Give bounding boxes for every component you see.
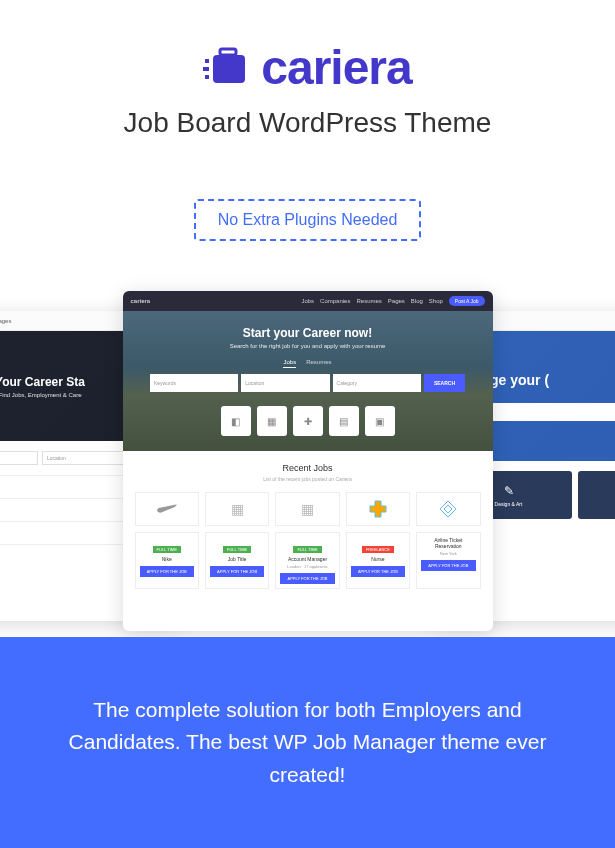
job-meta: London · 17 applicants [280, 564, 334, 569]
tagline: Job Board WordPress Theme [20, 107, 595, 139]
nav-item[interactable]: Resumes [356, 298, 381, 304]
job-card[interactable]: Airline Ticket Reservation New York APPL… [416, 532, 480, 589]
job-title: Nike [140, 556, 194, 562]
svg-rect-1 [213, 55, 245, 83]
briefcase-icon [203, 47, 253, 89]
svg-rect-4 [205, 75, 209, 79]
category-card[interactable]: ✚ Health Care [578, 471, 615, 519]
apply-button[interactable]: APPLY FOR THE JOB [280, 573, 334, 584]
job-tag: FULL TIME [153, 546, 181, 553]
job-tag: FULL TIME [293, 546, 321, 553]
category-label: Design & Art [495, 501, 523, 507]
hero-section: cariera Job Board WordPress Theme No Ext… [0, 0, 615, 637]
category-tile[interactable]: ▣ [365, 406, 395, 436]
job-title: Job Title [210, 556, 264, 562]
job-title: Airline Ticket Reservation [421, 537, 475, 549]
nav-item[interactable]: Pages [0, 318, 11, 324]
category-tile[interactable]: ▤ [329, 406, 359, 436]
nav-item[interactable]: Pages [388, 298, 405, 304]
preview-hero: Start your Career now! Search for the ri… [123, 311, 493, 451]
apply-button[interactable]: APPLY FOR THE JOB [210, 566, 264, 577]
job-grid: ▦ ▦ FULL TIME Nike APPLY FOR THE JOB FUL… [135, 492, 481, 589]
nav-item[interactable]: Blog [411, 298, 423, 304]
hero-sub: Search for the right job for you and app… [230, 343, 386, 349]
category-input[interactable]: Category [333, 374, 421, 392]
company-logo-nike [135, 492, 199, 526]
building-icon: ▦ [267, 416, 276, 427]
preview-navbar: cariera Jobs Companies Resumes Pages Blo… [123, 291, 493, 311]
apply-button[interactable]: APPLY FOR THE JOB [351, 566, 405, 577]
hero-sub: Find Jobs, Employment & Care [0, 392, 82, 398]
tab-resumes[interactable]: Resumes [306, 359, 331, 368]
category-tile[interactable]: ✚ [293, 406, 323, 436]
keywords-input[interactable]: Keywords [150, 374, 238, 392]
company-logo-plus [346, 492, 410, 526]
category-tile[interactable]: ◧ [221, 406, 251, 436]
search-tabs: Jobs Resumes [283, 359, 331, 368]
recent-jobs-section: Recent Jobs List of the recent jobs post… [123, 451, 493, 601]
company-logo: ▦ [275, 492, 339, 526]
nav-item[interactable]: Companies [320, 298, 350, 304]
nav-item[interactable]: Shop [429, 298, 443, 304]
paint-icon: ◧ [231, 416, 240, 427]
brand-name: cariera [261, 40, 411, 95]
company-logo-diamond [416, 492, 480, 526]
job-card[interactable]: FULL TIME Job Title APPLY FOR THE JOB [205, 532, 269, 589]
apply-button[interactable]: APPLY FOR THE JOB [140, 566, 194, 577]
job-card[interactable]: FREELANCE Nurse APPLY FOR THE JOB [346, 532, 410, 589]
section-sub: List of the recent jobs posted on Carier… [135, 476, 481, 482]
design-icon: ✎ [504, 484, 514, 498]
brand-label[interactable]: cariera [131, 298, 151, 304]
category-tiles: ◧ ▦ ✚ ▤ ▣ [221, 406, 395, 436]
job-title: Account Manager [280, 556, 334, 562]
hero-title: Start your Career now! [243, 326, 372, 340]
post-job-button[interactable]: Post A Job [449, 296, 485, 306]
health-icon: ✚ [304, 416, 312, 427]
footer-banner: The complete solution for both Employers… [0, 637, 615, 848]
search-button[interactable]: SEARCH [424, 374, 465, 392]
nav-item[interactable]: Jobs [301, 298, 314, 304]
tab-jobs[interactable]: Jobs [283, 359, 296, 368]
svg-rect-2 [205, 59, 209, 63]
hero-title: Your Career Sta [0, 375, 85, 389]
briefcase-icon: ▣ [375, 416, 384, 427]
job-title: Nurse [351, 556, 405, 562]
job-meta: New York [421, 551, 475, 556]
search-bar: Keywords Location Category SEARCH [150, 374, 465, 392]
svg-rect-3 [203, 67, 209, 71]
category-tile[interactable]: ▦ [257, 406, 287, 436]
job-tag: FULL TIME [223, 546, 251, 553]
chart-icon: ▤ [339, 416, 348, 427]
section-title: Recent Jobs [135, 463, 481, 473]
preview-center: cariera Jobs Companies Resumes Pages Blo… [123, 291, 493, 631]
brand-logo: cariera [20, 40, 595, 95]
job-card[interactable]: FULL TIME Account Manager London · 17 ap… [275, 532, 339, 589]
svg-rect-0 [220, 49, 236, 55]
job-tag: FREELANCE [362, 546, 394, 553]
theme-showcase: Jobs Companies Resumes Pages Your Career… [20, 291, 595, 631]
apply-button[interactable]: APPLY FOR THE JOB [421, 560, 475, 571]
location-input[interactable]: Location [241, 374, 329, 392]
no-plugins-badge: No Extra Plugins Needed [194, 199, 422, 241]
job-card[interactable]: FULL TIME Nike APPLY FOR THE JOB [135, 532, 199, 589]
footer-text: The complete solution for both Employers… [40, 694, 575, 792]
keywords-input[interactable]: Keywords [0, 451, 38, 465]
company-logo: ▦ [205, 492, 269, 526]
